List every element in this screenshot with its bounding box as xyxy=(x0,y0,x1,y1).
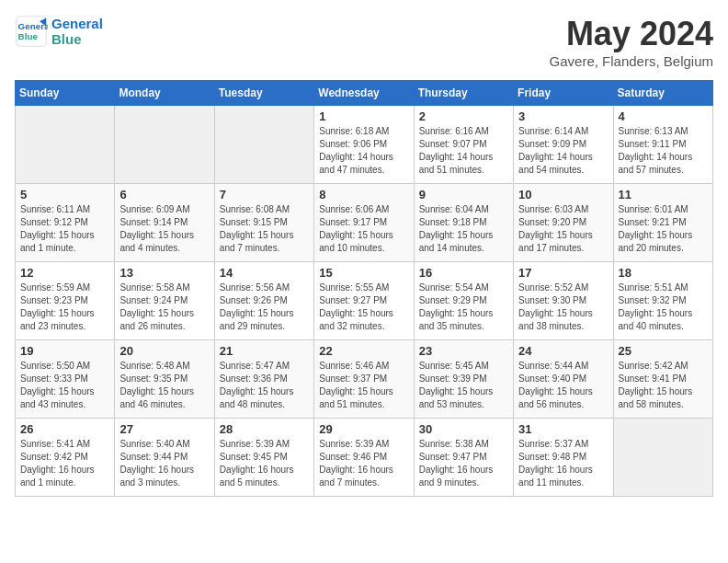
day-info: Sunrise: 5:54 AMSunset: 9:29 PMDaylight:… xyxy=(419,282,508,333)
day-info: Sunrise: 6:06 AMSunset: 9:17 PMDaylight:… xyxy=(319,203,408,255)
day-number: 27 xyxy=(119,422,209,436)
day-info: Sunrise: 5:58 AMSunset: 9:24 PMDaylight:… xyxy=(119,282,209,333)
day-29: 29Sunrise: 5:39 AMSunset: 9:46 PMDayligh… xyxy=(314,419,414,497)
day-16: 16Sunrise: 5:54 AMSunset: 9:29 PMDayligh… xyxy=(414,262,513,340)
day-8: 8Sunrise: 6:06 AMSunset: 9:17 PMDaylight… xyxy=(314,184,414,262)
day-info: Sunrise: 6:18 AMSunset: 9:06 PMDaylight:… xyxy=(319,125,408,177)
header-tuesday: Tuesday xyxy=(214,81,313,106)
location: Gavere, Flanders, Belgium xyxy=(550,53,713,69)
day-number: 23 xyxy=(419,344,508,358)
day-number: 25 xyxy=(619,344,708,358)
title-block: May 2024 Gavere, Flanders, Belgium xyxy=(550,15,713,69)
day-17: 17Sunrise: 5:52 AMSunset: 9:30 PMDayligh… xyxy=(514,262,613,340)
day-27: 27Sunrise: 5:40 AMSunset: 9:44 PMDayligh… xyxy=(115,419,214,497)
week-row-3: 19Sunrise: 5:50 AMSunset: 9:33 PMDayligh… xyxy=(16,340,713,419)
day-info: Sunrise: 5:56 AMSunset: 9:26 PMDaylight:… xyxy=(220,282,309,333)
empty-cell xyxy=(16,106,115,184)
header-monday: Monday xyxy=(115,81,214,106)
day-number: 4 xyxy=(619,109,708,123)
page-header: General Blue General Blue May 2024 Gaver… xyxy=(15,15,713,69)
day-info: Sunrise: 5:50 AMSunset: 9:33 PMDaylight:… xyxy=(20,360,109,411)
day-4: 4Sunrise: 6:13 AMSunset: 9:11 PMDaylight… xyxy=(613,106,712,184)
day-25: 25Sunrise: 5:42 AMSunset: 9:41 PMDayligh… xyxy=(613,340,712,419)
day-info: Sunrise: 6:09 AMSunset: 9:14 PMDaylight:… xyxy=(119,203,209,255)
day-6: 6Sunrise: 6:09 AMSunset: 9:14 PMDaylight… xyxy=(115,184,214,262)
week-row-4: 26Sunrise: 5:41 AMSunset: 9:42 PMDayligh… xyxy=(16,419,713,497)
day-18: 18Sunrise: 5:51 AMSunset: 9:32 PMDayligh… xyxy=(613,262,712,340)
day-info: Sunrise: 6:11 AMSunset: 9:12 PMDaylight:… xyxy=(20,203,109,255)
svg-text:Blue: Blue xyxy=(18,31,39,41)
day-number: 14 xyxy=(220,266,309,280)
day-9: 9Sunrise: 6:04 AMSunset: 9:18 PMDaylight… xyxy=(414,184,513,262)
header-sunday: Sunday xyxy=(16,81,115,106)
day-info: Sunrise: 6:08 AMSunset: 9:15 PMDaylight:… xyxy=(220,203,309,255)
day-info: Sunrise: 5:52 AMSunset: 9:30 PMDaylight:… xyxy=(518,282,608,333)
day-15: 15Sunrise: 5:55 AMSunset: 9:27 PMDayligh… xyxy=(314,262,414,340)
day-2: 2Sunrise: 6:16 AMSunset: 9:07 PMDaylight… xyxy=(414,106,513,184)
day-number: 21 xyxy=(220,344,309,358)
day-number: 9 xyxy=(419,188,508,201)
day-info: Sunrise: 5:47 AMSunset: 9:36 PMDaylight:… xyxy=(220,360,309,411)
day-number: 16 xyxy=(419,266,508,280)
day-1: 1Sunrise: 6:18 AMSunset: 9:06 PMDaylight… xyxy=(314,106,414,184)
day-number: 8 xyxy=(319,188,408,201)
day-number: 13 xyxy=(119,266,209,280)
day-13: 13Sunrise: 5:58 AMSunset: 9:24 PMDayligh… xyxy=(115,262,214,340)
day-30: 30Sunrise: 5:38 AMSunset: 9:47 PMDayligh… xyxy=(414,419,513,497)
day-number: 7 xyxy=(220,188,309,201)
day-info: Sunrise: 5:46 AMSunset: 9:37 PMDaylight:… xyxy=(319,360,408,411)
day-11: 11Sunrise: 6:01 AMSunset: 9:21 PMDayligh… xyxy=(613,184,712,262)
empty-cell xyxy=(115,106,214,184)
empty-cell xyxy=(214,106,313,184)
day-info: Sunrise: 5:39 AMSunset: 9:45 PMDaylight:… xyxy=(220,438,309,489)
day-info: Sunrise: 5:44 AMSunset: 9:40 PMDaylight:… xyxy=(518,360,608,411)
day-24: 24Sunrise: 5:44 AMSunset: 9:40 PMDayligh… xyxy=(514,340,613,419)
header-thursday: Thursday xyxy=(414,81,513,106)
day-19: 19Sunrise: 5:50 AMSunset: 9:33 PMDayligh… xyxy=(16,340,115,419)
day-info: Sunrise: 5:42 AMSunset: 9:41 PMDaylight:… xyxy=(619,360,708,411)
day-info: Sunrise: 5:48 AMSunset: 9:35 PMDaylight:… xyxy=(119,360,209,411)
day-22: 22Sunrise: 5:46 AMSunset: 9:37 PMDayligh… xyxy=(314,340,414,419)
day-info: Sunrise: 5:55 AMSunset: 9:27 PMDaylight:… xyxy=(319,282,408,333)
day-info: Sunrise: 5:38 AMSunset: 9:47 PMDaylight:… xyxy=(419,438,508,489)
header-friday: Friday xyxy=(514,81,613,106)
day-28: 28Sunrise: 5:39 AMSunset: 9:45 PMDayligh… xyxy=(214,419,313,497)
day-info: Sunrise: 6:03 AMSunset: 9:20 PMDaylight:… xyxy=(518,203,608,255)
day-number: 3 xyxy=(518,109,608,123)
day-number: 12 xyxy=(20,266,109,280)
day-info: Sunrise: 6:16 AMSunset: 9:07 PMDaylight:… xyxy=(419,125,508,177)
logo-name: General xyxy=(51,16,103,31)
day-21: 21Sunrise: 5:47 AMSunset: 9:36 PMDayligh… xyxy=(214,340,313,419)
day-31: 31Sunrise: 5:37 AMSunset: 9:48 PMDayligh… xyxy=(514,419,613,497)
day-number: 10 xyxy=(518,188,608,201)
week-row-1: 5Sunrise: 6:11 AMSunset: 9:12 PMDaylight… xyxy=(16,184,713,262)
day-number: 18 xyxy=(619,266,708,280)
day-number: 15 xyxy=(319,266,408,280)
day-info: Sunrise: 5:39 AMSunset: 9:46 PMDaylight:… xyxy=(319,438,408,489)
day-23: 23Sunrise: 5:45 AMSunset: 9:39 PMDayligh… xyxy=(414,340,513,419)
week-row-0: 1Sunrise: 6:18 AMSunset: 9:06 PMDaylight… xyxy=(16,106,713,184)
day-number: 19 xyxy=(20,344,109,358)
day-info: Sunrise: 6:04 AMSunset: 9:18 PMDaylight:… xyxy=(419,203,508,255)
logo-icon: General Blue xyxy=(15,15,48,48)
day-number: 22 xyxy=(319,344,408,358)
day-number: 28 xyxy=(220,422,309,436)
logo-name2: Blue xyxy=(51,31,103,47)
day-info: Sunrise: 6:01 AMSunset: 9:21 PMDaylight:… xyxy=(619,203,708,255)
logo: General Blue General Blue xyxy=(15,15,103,48)
day-7: 7Sunrise: 6:08 AMSunset: 9:15 PMDaylight… xyxy=(214,184,313,262)
day-5: 5Sunrise: 6:11 AMSunset: 9:12 PMDaylight… xyxy=(16,184,115,262)
header-row: SundayMondayTuesdayWednesdayThursdayFrid… xyxy=(16,81,713,106)
day-info: Sunrise: 5:40 AMSunset: 9:44 PMDaylight:… xyxy=(119,438,209,489)
day-info: Sunrise: 5:45 AMSunset: 9:39 PMDaylight:… xyxy=(419,360,508,411)
day-number: 6 xyxy=(119,188,209,201)
day-info: Sunrise: 5:51 AMSunset: 9:32 PMDaylight:… xyxy=(619,282,708,333)
day-20: 20Sunrise: 5:48 AMSunset: 9:35 PMDayligh… xyxy=(115,340,214,419)
day-number: 2 xyxy=(419,109,508,123)
day-info: Sunrise: 6:13 AMSunset: 9:11 PMDaylight:… xyxy=(619,125,708,177)
week-row-2: 12Sunrise: 5:59 AMSunset: 9:23 PMDayligh… xyxy=(16,262,713,340)
day-number: 26 xyxy=(20,422,109,436)
day-number: 17 xyxy=(518,266,608,280)
day-number: 29 xyxy=(319,422,408,436)
day-number: 20 xyxy=(119,344,209,358)
